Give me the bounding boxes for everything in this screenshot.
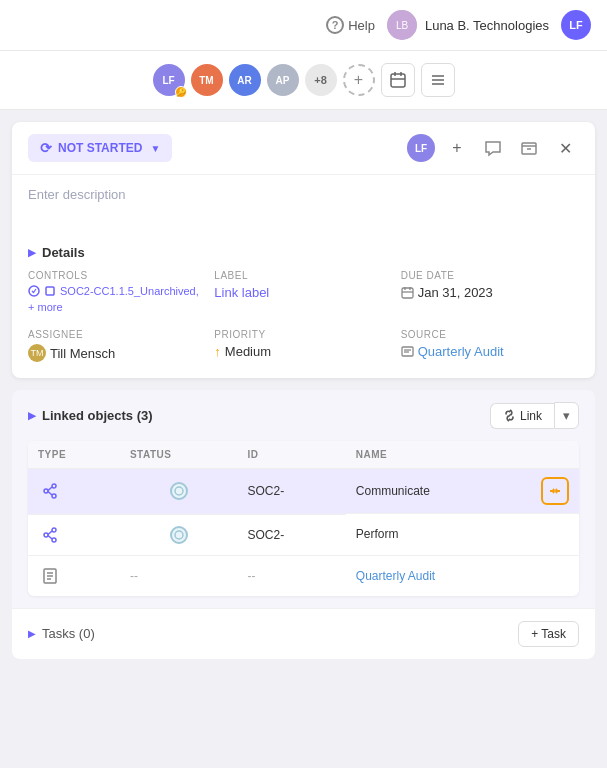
label-item: LABEL Link label	[214, 270, 392, 313]
company-name: Luna B. Technologies	[425, 18, 549, 33]
help-label: Help	[348, 18, 375, 33]
controls-label: CONTROLS	[28, 270, 206, 281]
name-cell-2: Perform	[346, 514, 579, 555]
label-value[interactable]: Link label	[214, 285, 392, 300]
link-dropdown-button[interactable]: ▾	[554, 402, 579, 429]
linked-objects-panel: ▶ Linked objects (3) Link ▾ TYPE STATUS …	[12, 390, 595, 659]
company-section: LB Luna B. Technologies	[387, 10, 549, 40]
tasks-label: Tasks (0)	[42, 626, 95, 641]
user-initials: LF	[569, 19, 582, 31]
unlink-button[interactable]	[541, 477, 569, 505]
id-cell-2: SOC2-	[237, 514, 345, 555]
svg-text:LB: LB	[396, 20, 409, 31]
archive-icon[interactable]	[515, 134, 543, 162]
svg-point-18	[44, 489, 48, 493]
status-circle-icon	[169, 481, 189, 501]
type-icon-branches	[38, 479, 62, 503]
avatar-tm[interactable]: TM	[191, 64, 223, 96]
status-bar: ⟳ NOT STARTED ▼ LF + ✕	[12, 122, 595, 175]
linked-table: TYPE STATUS ID NAME	[28, 441, 579, 596]
calendar-icon	[401, 286, 414, 299]
linked-triangle-icon: ▶	[28, 410, 36, 421]
linked-section: ▶ Linked objects (3) Link ▾ TYPE STATUS …	[12, 390, 595, 608]
priority-text: Medium	[225, 344, 271, 359]
type-icon-doc	[38, 564, 62, 588]
assignee-icon: TM	[28, 344, 46, 362]
source-value[interactable]: Quarterly Audit	[401, 344, 579, 359]
tasks-triangle-icon: ▶	[28, 628, 36, 639]
link-main-button[interactable]: Link	[490, 403, 554, 429]
quarterly-audit-link[interactable]: Quarterly Audit	[356, 569, 435, 583]
top-bar: ? Help LB Luna B. Technologies LF	[0, 0, 607, 51]
control-tag-1[interactable]: SOC2-CC1.1.5_Unarchived,	[28, 285, 206, 297]
description-placeholder: Enter description	[28, 187, 126, 202]
add-avatar-button[interactable]: +	[343, 64, 375, 96]
svg-point-27	[44, 533, 48, 537]
table-row[interactable]: -- -- Quarterly Audit	[28, 555, 579, 596]
add-task-label: + Task	[531, 627, 566, 641]
svg-line-31	[48, 535, 52, 539]
table-row[interactable]: SOC2- Communicate	[28, 469, 579, 515]
svg-rect-10	[46, 287, 54, 295]
status-cell	[120, 514, 238, 555]
avatar-lf[interactable]: LF 🔑	[153, 64, 185, 96]
main-panel: ⟳ NOT STARTED ▼ LF + ✕	[12, 122, 595, 378]
svg-point-29	[52, 538, 56, 542]
triangle-icon: ▶	[28, 247, 36, 258]
source-text: Quarterly Audit	[418, 344, 504, 359]
priority-label: PRIORITY	[214, 329, 392, 340]
avatar-ar[interactable]: AR	[229, 64, 261, 96]
table-row[interactable]: SOC2- Perform	[28, 514, 579, 555]
status-circle-icon-2	[169, 525, 189, 545]
tasks-title[interactable]: ▶ Tasks (0)	[28, 626, 95, 641]
details-section: ▶ Details CONTROLS SOC2-CC1.1.5_Unarchiv…	[12, 235, 595, 378]
table-header-row: TYPE STATUS ID NAME	[28, 441, 579, 469]
col-name: NAME	[346, 441, 579, 469]
svg-point-28	[52, 528, 56, 532]
due-date-text: Jan 31, 2023	[418, 285, 493, 300]
svg-point-32	[171, 527, 187, 543]
type-cell-3	[28, 555, 120, 596]
status-button[interactable]: ⟳ NOT STARTED ▼	[28, 134, 172, 162]
description-field[interactable]: Enter description	[12, 175, 595, 235]
svg-point-19	[52, 484, 56, 488]
help-button[interactable]: ? Help	[326, 16, 375, 34]
id-cell: SOC2-	[237, 469, 345, 515]
id-cell-3: --	[237, 555, 345, 596]
add-assignee-button[interactable]: +	[443, 134, 471, 162]
assignee-avatar[interactable]: LF	[407, 134, 435, 162]
comment-icon[interactable]	[479, 134, 507, 162]
due-date-value[interactable]: Jan 31, 2023	[401, 285, 579, 300]
more-avatars-badge[interactable]: +8	[305, 64, 337, 96]
linked-title[interactable]: ▶ Linked objects (3)	[28, 408, 153, 423]
close-icon[interactable]: ✕	[551, 134, 579, 162]
controls-item: CONTROLS SOC2-CC1.1.5_Unarchived, + more	[28, 270, 206, 313]
status-cell-3: --	[120, 555, 238, 596]
priority-value[interactable]: ↑ Medium	[214, 344, 392, 359]
svg-line-22	[48, 492, 52, 496]
status-icon-cell	[130, 481, 228, 501]
source-item: SOURCE Quarterly Audit	[401, 329, 579, 362]
user-avatar[interactable]: LF	[561, 10, 591, 40]
svg-rect-2	[391, 74, 405, 87]
calendar-icon-button[interactable]	[381, 63, 415, 97]
name-cell: Communicate	[346, 469, 579, 514]
col-status: STATUS	[120, 441, 238, 469]
avatar-ap[interactable]: AP	[267, 64, 299, 96]
chevron-down-icon: ▼	[150, 143, 160, 154]
source-icon	[401, 345, 414, 358]
svg-rect-11	[402, 288, 413, 298]
add-task-button[interactable]: + Task	[518, 621, 579, 647]
more-link[interactable]: + more	[28, 301, 206, 313]
source-label: SOURCE	[401, 329, 579, 340]
link-button-group: Link ▾	[490, 402, 579, 429]
feed-icon-button[interactable]	[421, 63, 455, 97]
assignee-value[interactable]: TM Till Mensch	[28, 344, 206, 362]
details-title: Details	[42, 245, 85, 260]
name-text: Communicate	[356, 484, 430, 498]
details-header[interactable]: ▶ Details	[28, 235, 579, 270]
col-id: ID	[237, 441, 345, 469]
tasks-bar: ▶ Tasks (0) + Task	[12, 608, 595, 659]
avatar-row: LF 🔑 TM AR AP +8 +	[0, 51, 607, 110]
linked-header: ▶ Linked objects (3) Link ▾	[28, 402, 579, 429]
